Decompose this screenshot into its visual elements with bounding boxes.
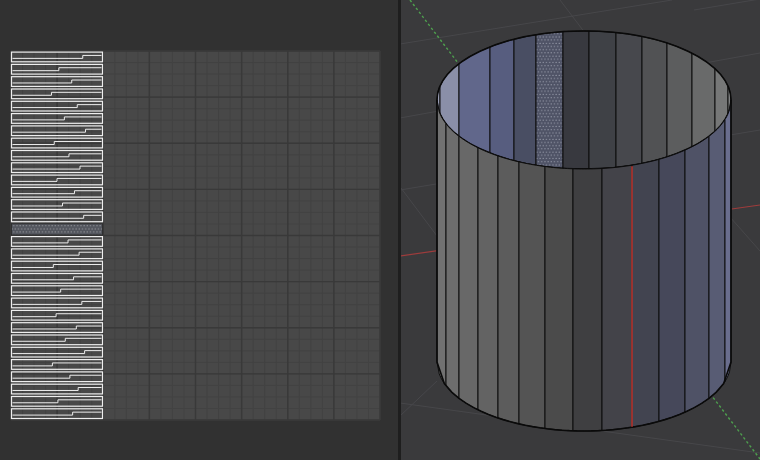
cylinder-front-face[interactable] (545, 167, 573, 431)
cylinder-back-face[interactable] (692, 53, 715, 147)
uv-editor-canvas[interactable] (0, 0, 398, 460)
viewport-3d-canvas[interactable] (401, 0, 760, 460)
cylinder-front-face[interactable] (446, 124, 459, 399)
cylinder-front-face[interactable] (519, 162, 545, 429)
cylinder-front-face[interactable] (573, 168, 602, 431)
cylinder-back-face[interactable] (616, 33, 642, 168)
cylinder-selected-face[interactable] (536, 32, 563, 169)
cylinder-front-face[interactable] (478, 148, 498, 418)
cylinder-front-face[interactable] (659, 150, 685, 421)
cylinder-back-face[interactable] (490, 39, 514, 160)
cylinder-front-face[interactable] (725, 100, 731, 382)
cylinder-back-face[interactable] (667, 43, 692, 157)
cylinder-back-face[interactable] (642, 37, 667, 164)
cylinder-front-face[interactable] (437, 100, 446, 386)
uv-island-strip-selected[interactable] (12, 224, 103, 235)
uv-editor-panel[interactable] (0, 0, 398, 460)
cylinder-front-face[interactable] (602, 165, 632, 430)
cylinder-back-face[interactable] (589, 31, 616, 169)
cylinder-front-face[interactable] (498, 156, 519, 424)
cylinder-front-face[interactable] (632, 159, 659, 427)
cylinder-front-face[interactable] (709, 120, 725, 399)
viewport-3d-panel[interactable] (401, 0, 760, 460)
cylinder-inside-faces (437, 31, 731, 169)
cylinder-front-face[interactable] (459, 136, 478, 410)
cylinder-back-face[interactable] (563, 31, 589, 169)
app-window (0, 0, 760, 460)
cylinder-back-face[interactable] (514, 35, 536, 165)
cylinder-front-face[interactable] (685, 136, 709, 412)
cylinder-back-face[interactable] (459, 47, 490, 153)
